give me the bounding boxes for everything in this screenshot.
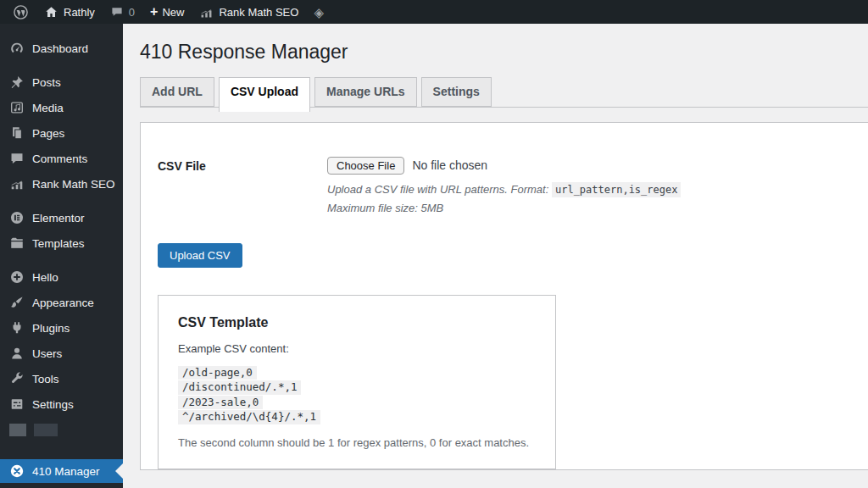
redacted-label [34,424,58,436]
diamond-icon: ◈ [314,6,324,19]
sidebar-item-appearance[interactable]: Appearance [0,290,123,315]
admin-content: 410 Response Manager Add URL CSV Upload … [123,24,868,488]
dashboard-gauge-icon [9,41,25,56]
choose-file-button[interactable]: Choose File [327,157,404,175]
sidebar-item-label: Comments [32,152,87,165]
format-hint: Upload a CSV file with URL patterns. For… [327,183,851,196]
home-icon [44,5,58,19]
csv-file-row: CSV File Choose File No file chosen Uplo… [141,123,868,214]
sidebar-item-label: Users [32,347,62,360]
rank-math-label: Rank Math SEO [219,6,298,19]
sidebar-item-pages[interactable]: Pages [0,120,123,146]
rank-math-icon [9,176,25,191]
rank-math-menu[interactable]: Rank Math SEO [192,0,306,24]
redacted-icon [9,424,26,436]
comment-count: 0 [129,6,135,19]
sidebar-item-410-manager[interactable]: 410 Manager [0,459,123,483]
media-icon [9,100,25,115]
elementor-icon [9,210,25,225]
csv-template-note: The second column should be 1 for regex … [178,436,536,449]
admin-sidebar: Dashboard Posts Media Pages Comments Ran… [0,24,123,488]
tools-wrench-icon [9,371,25,386]
csv-upload-panel: CSV File Choose File No file chosen Uplo… [140,122,868,470]
sidebar-item-label: Posts [32,76,61,89]
plugin-shortcut-menu[interactable]: ◈ [306,0,331,24]
sidebar-item-posts[interactable]: Posts [0,69,123,95]
settings-sliders-icon [9,396,25,412]
sidebar-item-label: Hello [32,271,58,284]
templates-folder-icon [9,236,25,251]
new-label: New [162,6,184,19]
sidebar-item-label: Media [32,102,64,114]
user-icon [9,346,25,361]
tab-csv-upload[interactable]: CSV Upload [219,77,310,112]
plugins-plug-icon [9,320,25,336]
csv-example-code: /old-page,0 /discontinued/.*,1 /2023-sal… [178,365,536,424]
sidebar-item-label: Templates [32,237,85,250]
page-title: 410 Response Manager [140,40,868,65]
format-code: url_pattern,is_regex [552,182,682,197]
circle-plus-icon [9,269,25,285]
sidebar-item-label: Tools [32,373,59,385]
csv-template-intro: Example CSV content: [178,342,536,355]
tab-bar: Add URL CSV Upload Manage URLs Settings [123,77,868,112]
sidebar-item-settings[interactable]: Settings [0,391,123,417]
sidebar-item-label: Settings [32,398,74,411]
sidebar-item-label: Appearance [32,297,94,309]
sidebar-item-label: Elementor [32,212,85,225]
sidebar-item-label: Plugins [32,322,70,335]
sidebar-item-elementor[interactable]: Elementor [0,205,123,230]
sidebar-item-hello[interactable]: Hello [0,264,123,290]
appearance-brush-icon [9,295,25,310]
code-line: /2023-sale,0 [178,396,263,410]
pushpin-icon [9,75,25,90]
sidebar-item-rank-math[interactable]: Rank Math SEO [0,171,123,197]
upload-csv-button[interactable]: Upload CSV [158,243,242,268]
csv-template-title: CSV Template [178,315,536,330]
sidebar-item-label: Rank Math SEO [32,178,115,191]
sidebar-item-label: 410 Manager [32,465,100,478]
file-status-text: No file chosen [412,158,487,172]
sidebar-item-templates[interactable]: Templates [0,230,123,256]
comment-bubble-icon [110,5,124,19]
comments-menu[interactable]: 0 [103,0,142,24]
code-line: /old-page,0 [178,366,257,380]
rank-math-icon [199,5,214,19]
site-name: Rathly [64,6,95,19]
wordpress-menu[interactable] [5,0,36,24]
code-line: ^/archived/\d{4}/.*,1 [178,410,320,424]
tab-add-url[interactable]: Add URL [140,77,214,107]
sidebar-item-label: Pages [32,127,64,140]
sidebar-item-users[interactable]: Users [0,341,123,366]
plus-icon: + [150,5,158,19]
sidebar-item-label: Dashboard [32,42,88,55]
csv-file-label: CSV File [158,157,327,214]
csv-template-box: CSV Template Example CSV content: /old-p… [158,295,556,469]
sidebar-item-comments[interactable]: Comments [0,146,123,171]
wordpress-logo-icon [13,4,29,20]
redacted-menu-item[interactable] [0,417,123,442]
site-name-menu[interactable]: Rathly [36,0,103,24]
dismiss-circle-x-icon [9,463,25,479]
code-line: /discontinued/.*,1 [178,380,301,395]
sidebar-item-dashboard[interactable]: Dashboard [0,36,123,61]
max-size-hint: Maximum file size: 5MB [327,202,851,214]
comments-bubble-icon [9,151,25,166]
tab-manage-urls[interactable]: Manage URLs [314,77,417,107]
sidebar-item-plugins[interactable]: Plugins [0,315,123,341]
tab-settings[interactable]: Settings [421,77,492,107]
sidebar-item-tools[interactable]: Tools [0,366,123,391]
admin-bar: Rathly 0 + New Rank Math SEO ◈ [0,0,868,24]
new-content-menu[interactable]: + New [142,0,192,24]
sidebar-item-media[interactable]: Media [0,95,123,120]
pages-icon [9,125,25,141]
